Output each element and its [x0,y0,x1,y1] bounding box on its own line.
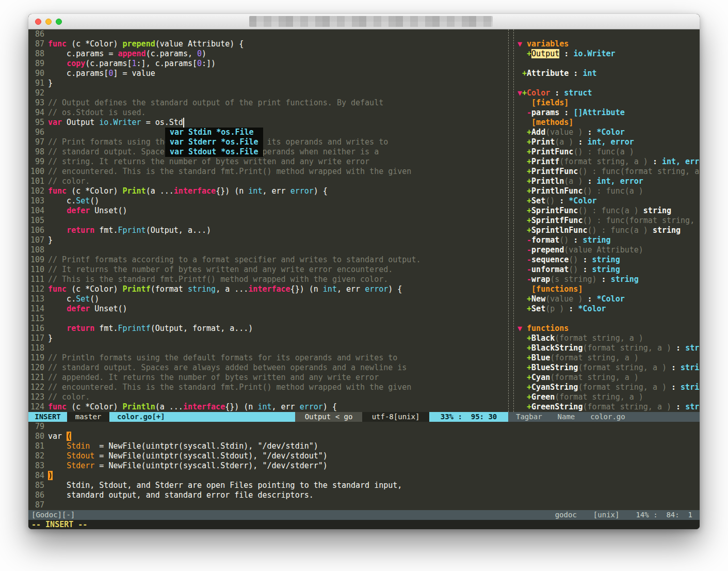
tagbar-line[interactable]: -params : []Attribute [517,108,700,118]
godoc-buffer-label: [Godoc][-] [31,510,75,520]
code-line-102[interactable]: 102func (c *Color) Print(a ...interface{… [28,186,508,196]
code-line-119[interactable]: 119// Println formats using the default … [28,353,508,363]
code-line-96[interactable]: 96 [28,128,508,137]
tagbar-line[interactable]: +SprintlnFunc() : func(a ) string [517,226,700,235]
tagbar-line[interactable]: ▼ functions [517,324,700,334]
tagbar-line[interactable]: -wrap(s string) : string [517,275,700,284]
code-line-114[interactable]: 114 defer Unset() [28,304,508,314]
tagbar-line[interactable]: +Green(format string, a ) [517,392,700,402]
tagbar-line[interactable]: +Set(p ) : *Color [517,304,700,314]
tagbar-line[interactable]: [methods] [517,118,700,128]
tagbar-line[interactable]: +Printf(format string, a ) : int, error [517,157,700,167]
godoc-preview-window[interactable]: 7980var (81 Stdin = NewFile(uintptr(sysc… [28,422,700,510]
code-line-91[interactable]: 91} [28,78,508,88]
tagbar-line[interactable]: +Println(a ) : int, error [517,177,700,186]
code-line-122[interactable]: 122// encountered. This is the standard … [28,383,508,392]
code-line-105[interactable]: 105 [28,216,508,226]
tagbar-line[interactable]: [fields] [517,98,700,108]
code-line-110[interactable]: 110// It returns the number of bytes wri… [28,265,508,275]
code-line-112[interactable]: 112func (c *Color) Printf(format string,… [28,284,508,294]
code-line-101[interactable]: 101// color. [28,177,508,186]
tagbar-line[interactable]: +PrintfFunc() : func(format string, a ) [517,167,700,177]
code-line-86[interactable]: 86 [28,29,508,39]
tagbar-line[interactable]: +PrintlnFunc() : func(a ) [517,186,700,196]
code-line-88[interactable]: 88 c.params = append(c.params, 0) [28,49,508,59]
tagbar-line[interactable]: +Cyan(format string, a ) [517,373,700,383]
code-line-98[interactable]: 98// standard output. Spaces are added b… [28,147,508,157]
tagbar-line[interactable]: +SprintfFunc() : func(format string, a )… [517,216,700,226]
code-line-92[interactable]: 92 [28,88,508,98]
code-line-108[interactable]: 108 [28,245,508,255]
godoc-line-83[interactable]: 83 Stderr = NewFile(uintptr(syscall.Stde… [28,461,700,471]
code-line-104[interactable]: 104 defer Unset() [28,206,508,216]
tagbar-line[interactable]: +Blue(format string, a ) [517,353,700,363]
zoom-button[interactable] [56,19,62,25]
code-line-93[interactable]: 93// Output defines the standard output … [28,98,508,108]
code-line-103[interactable]: 103 c.Set() [28,196,508,206]
autocomplete-item[interactable]: var Stderr *os.File [165,137,263,147]
tagbar-line[interactable]: +Black(format string, a ) [517,334,700,343]
godoc-line-79[interactable]: 79 [28,422,700,432]
code-line-106[interactable]: 106 return fmt.Fprint(Output, a...) [28,226,508,235]
tagbar-line[interactable]: +BlueString(format string, a ) : string [517,363,700,373]
godoc-line-82[interactable]: 82 Stdout = NewFile(uintptr(syscall.Stdo… [28,451,700,461]
code-line-118[interactable]: 118 [28,343,508,353]
tagbar-line[interactable] [517,314,700,324]
code-line-117[interactable]: 117} [28,334,508,343]
tagbar-line[interactable]: +SprintFunc() : func(a ) string [517,206,700,216]
code-line-90[interactable]: 90 c.params[0] = value [28,69,508,78]
godoc-line-80[interactable]: 80var ( [28,432,700,441]
code-line-109[interactable]: 109// Printf formats according to a form… [28,255,508,265]
tagbar-line[interactable]: ▼ variables [517,39,700,49]
close-button[interactable] [35,19,41,25]
code-line-121[interactable]: 121// appended. It returns the number of… [28,373,508,383]
tagbar-line[interactable]: +GreenString(format string, a ) : string [517,402,700,412]
code-line-94[interactable]: 94// os.Stdout is used. [28,108,508,118]
godoc-line-86[interactable]: 86 standard output, and standard error f… [28,490,700,500]
tagbar-line[interactable]: -sequence() : string [517,255,700,265]
code-line-120[interactable]: 120// standard output. Spaces are always… [28,363,508,373]
tagbar-line[interactable]: +BlackString(format string, a ) : string [517,343,700,353]
code-line-124[interactable]: 124func (c *Color) Println(a ...interfac… [28,402,508,412]
code-line-87[interactable]: 87func (c *Color) prepend(value Attribut… [28,39,508,49]
code-line-116[interactable]: 116 return fmt.Fprintf(Output, format, a… [28,324,508,334]
window-titlebar[interactable] [28,14,700,29]
code-line-115[interactable]: 115 [28,314,508,324]
code-line-97[interactable]: 97// Print formats using the default for… [28,137,508,147]
tagbar-line[interactable]: -unformat() : string [517,265,700,275]
tagbar-line[interactable]: +Set() : *Color [517,196,700,206]
tagbar-window[interactable]: ▼ variables +Output : io.Writer +Attribu… [514,29,700,412]
tagbar-line[interactable]: ▼+Color : struct [517,88,700,98]
tagbar-line[interactable]: +CyanString(format string, a ) : string [517,383,700,392]
autocomplete-item[interactable]: var Stdout *os.File [165,147,263,157]
code-line-113[interactable]: 113 c.Set() [28,294,508,304]
tagbar-line[interactable]: +Output : io.Writer [517,49,700,59]
tagbar-line[interactable]: +Print(a ) : int, error [517,137,700,147]
godoc-line-84[interactable]: 84) [28,471,700,481]
tagbar-line[interactable]: +Add(value ) : *Color [517,128,700,137]
tagbar-line[interactable] [517,29,700,39]
autocomplete-item[interactable]: var Stdin *os.File [165,128,263,137]
tagbar-line[interactable]: +PrintFunc() : func(a ) [517,147,700,157]
tagbar-line[interactable]: +New(value ) : *Color [517,294,700,304]
godoc-line-81[interactable]: 81 Stdin = NewFile(uintptr(syscall.Stdin… [28,441,700,451]
tagbar-line[interactable] [517,78,700,88]
code-line-95[interactable]: 95var Output io.Writer = os.Std [28,118,508,128]
code-window[interactable]: 8687func (c *Color) prepend(value Attrib… [28,29,508,412]
code-line-100[interactable]: 100// encountered. This is the standard … [28,167,508,177]
code-line-89[interactable]: 89 copy(c.params[1:], c.params[0:]) [28,59,508,69]
godoc-line-85[interactable]: 85 Stdin, Stdout, and Stderr are open Fi… [28,481,700,490]
tagbar-line[interactable]: [functions] [517,284,700,294]
tagbar-line[interactable] [517,59,700,69]
godoc-line-87[interactable]: 87 [28,500,700,510]
code-line-111[interactable]: 111// This is the standard fmt.Printf() … [28,275,508,284]
command-line[interactable]: -- INSERT -- [28,520,700,529]
code-line-99[interactable]: 99// string. It returns the number of by… [28,157,508,167]
minimize-button[interactable] [45,19,52,25]
tagbar-line[interactable]: -format() : string [517,235,700,245]
code-line-107[interactable]: 107} [28,235,508,245]
vertical-split-separator[interactable] [508,29,514,412]
tagbar-line[interactable]: +Attribute : int [517,69,700,78]
tagbar-line[interactable]: -prepend(value Attribute) [517,245,700,255]
code-line-123[interactable]: 123// color. [28,392,508,402]
